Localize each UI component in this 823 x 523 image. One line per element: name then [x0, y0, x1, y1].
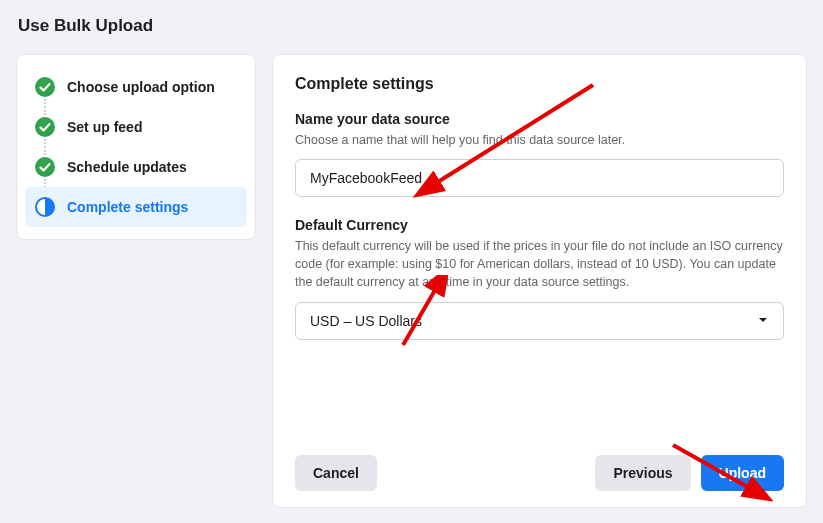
page-title: Use Bulk Upload	[0, 0, 823, 54]
step-complete-settings[interactable]: Complete settings	[25, 187, 247, 227]
step-set-up-feed[interactable]: Set up feed	[25, 107, 247, 147]
step-label: Complete settings	[67, 199, 188, 215]
panel-footer: Cancel Previous Upload	[295, 441, 784, 491]
check-icon	[35, 157, 55, 177]
wizard-steps-sidebar: Choose upload option Set up feed Schedul…	[16, 54, 256, 240]
cancel-button[interactable]: Cancel	[295, 455, 377, 491]
currency-selected-value: USD – US Dollars	[310, 313, 422, 329]
half-circle-icon	[35, 197, 55, 217]
svg-point-2	[35, 157, 55, 177]
step-label: Choose upload option	[67, 79, 215, 95]
svg-point-0	[35, 77, 55, 97]
upload-button[interactable]: Upload	[701, 455, 784, 491]
currency-select[interactable]: USD – US Dollars	[295, 302, 784, 340]
settings-panel: Complete settings Name your data source …	[272, 54, 807, 508]
step-schedule-updates[interactable]: Schedule updates	[25, 147, 247, 187]
step-choose-upload-option[interactable]: Choose upload option	[25, 67, 247, 107]
name-source-title: Name your data source	[295, 111, 784, 127]
caret-down-icon	[757, 313, 769, 329]
check-icon	[35, 117, 55, 137]
name-source-help: Choose a name that will help you find th…	[295, 131, 784, 149]
data-source-name-input[interactable]	[295, 159, 784, 197]
step-label: Schedule updates	[67, 159, 187, 175]
panel-heading: Complete settings	[295, 75, 784, 93]
previous-button[interactable]: Previous	[595, 455, 690, 491]
check-icon	[35, 77, 55, 97]
svg-point-1	[35, 117, 55, 137]
step-label: Set up feed	[67, 119, 142, 135]
currency-title: Default Currency	[295, 217, 784, 233]
currency-help: This default currency will be used if th…	[295, 237, 784, 291]
